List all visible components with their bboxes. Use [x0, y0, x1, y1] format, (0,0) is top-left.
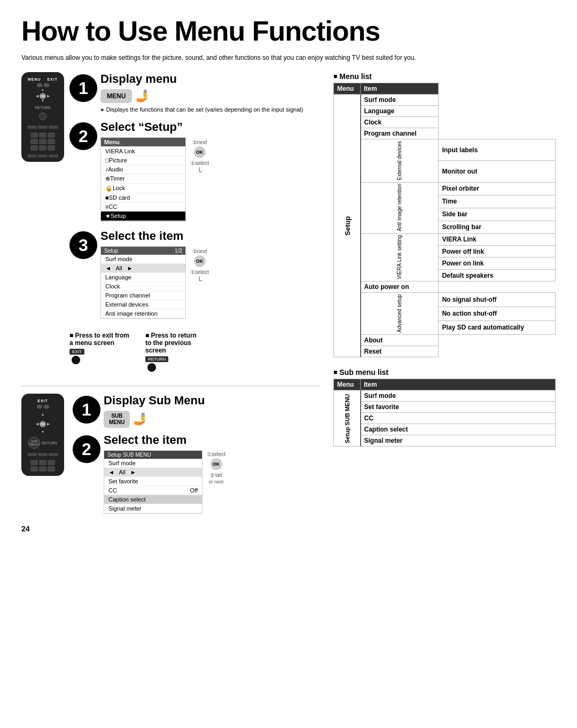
setup-menu-mockup: Menu VIERA Link □Picture ♪Audio ⊗Timer 🔒…: [100, 137, 186, 222]
menu-list-table: Menu Item Setup Surf mode Language Clock: [333, 83, 556, 357]
table-row: Setup Surf mode: [334, 95, 556, 106]
table-row: Clock: [334, 117, 556, 128]
sub-menu-icon: SUBMENU: [104, 411, 130, 428]
page-title: How to Use Menu Functions: [21, 16, 556, 46]
page-number: 24: [21, 525, 321, 533]
table-row: CC: [334, 413, 556, 424]
select-label: ①select: [190, 160, 209, 166]
table-row: Advanced setup No signal shut-off: [334, 293, 556, 307]
next-label: ②next: [192, 139, 207, 145]
sub-menu-mockup: Setup SUB MENU Surf mode ◄ All ► Set fav…: [104, 450, 202, 514]
display-menu-bullet: ● Displays the functions that can be set…: [100, 106, 321, 113]
step-sub-1-number: 1: [73, 396, 100, 424]
table-row: Language: [334, 106, 556, 117]
table-row: VIERA Link setting VIERA Link: [334, 233, 556, 245]
step-2-number: 2: [69, 122, 97, 150]
menu-icon: MENU: [100, 89, 132, 103]
table-row: Setup SUB MENU Surf mode: [334, 390, 556, 402]
table-row: Anti image retention Pixel orbiter: [334, 182, 556, 195]
sub-menu-list-section: Sub menu list Menu Item Setup SUB MENU S…: [333, 368, 556, 447]
step-1-number: 1: [69, 74, 97, 102]
step-display-menu: MENU EXIT ▲ ◀ OK ▶: [21, 72, 321, 376]
table-row: Program channel: [334, 128, 556, 139]
menu-list-section: Menu list Menu Item Setup Surf mode Lang: [333, 72, 556, 357]
table-row: Reset: [334, 346, 556, 357]
step-3-number: 3: [69, 231, 97, 259]
press-return-section: ■ Press to returnto the previousscreen R…: [145, 332, 197, 372]
table-row: External devices Input labels: [334, 139, 556, 161]
step-sub-1-title: Display Sub Menu: [104, 394, 205, 408]
step-3-title: Select the item: [100, 229, 321, 243]
step-sub-2-title: Select the item: [104, 433, 321, 447]
intro-text: Various menus allow you to make settings…: [21, 53, 556, 62]
table-row: Signal meter: [334, 435, 556, 447]
table-row: Caption select: [334, 424, 556, 435]
menu-list-header: Menu list: [333, 72, 556, 81]
step-1-title: Display menu: [100, 72, 321, 86]
step-sub-2-number: 2: [73, 435, 100, 463]
table-row: Set favorite: [334, 402, 556, 413]
item-menu-mockup: Setup 1/2 Surf mode ◄ All ► Language Clo…: [100, 246, 186, 319]
press-exit-section: ■ Press to exit froma menu screen EXIT: [69, 332, 129, 372]
sub-menu-list-header: Sub menu list: [333, 368, 556, 377]
table-row: About: [334, 335, 556, 346]
table-row: Auto power on: [334, 281, 556, 293]
sub-menu-list-table: Menu Item Setup SUB MENU Surf mode Set f…: [333, 379, 556, 447]
step-2-title: Select “Setup”: [100, 120, 321, 134]
